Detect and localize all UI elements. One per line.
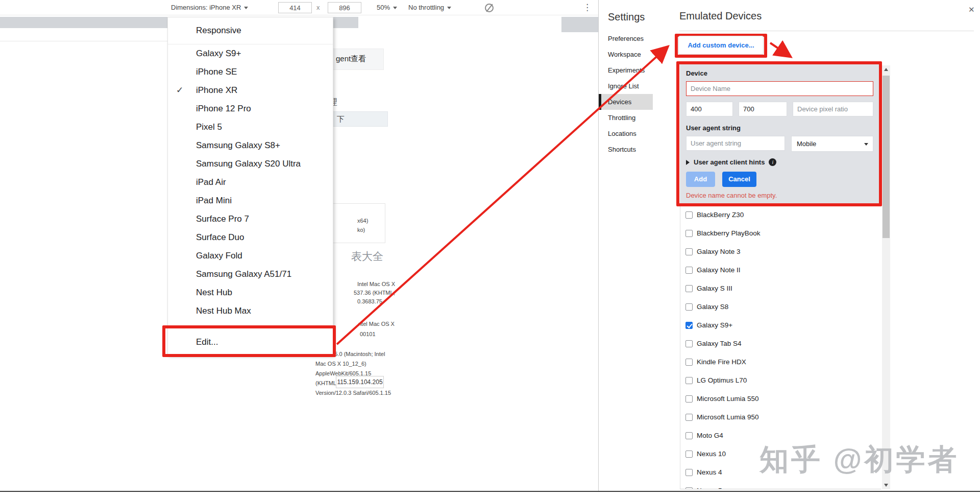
dimensions-times-separator: x: [316, 0, 320, 15]
cancel-button[interactable]: Cancel: [722, 172, 756, 187]
width-input[interactable]: [278, 2, 312, 13]
ua-row: Mobile: [686, 136, 873, 152]
ua-type-select[interactable]: Mobile: [791, 136, 873, 152]
throttling-dropdown[interactable]: No throttling: [408, 0, 451, 15]
device-list-label: Galaxy S9+: [697, 321, 732, 329]
chevron-down-icon: [864, 143, 868, 146]
menu-item[interactable]: Pixel 5: [168, 118, 333, 136]
menu-item[interactable]: iPad Mini: [168, 192, 333, 210]
form-buttons: Add Cancel: [686, 172, 873, 187]
device-checkbox[interactable]: [685, 340, 693, 347]
device-toolbar: Dimensions: iPhone XR x 50% No throttlin…: [0, 0, 598, 15]
device-width-input[interactable]: [686, 102, 733, 116]
scroll-up-icon[interactable]: [882, 65, 890, 74]
menu-item[interactable]: Samsung Galaxy S8+: [168, 136, 333, 155]
device-checkbox[interactable]: [685, 322, 693, 329]
menu-item[interactable]: Surface Pro 7: [168, 210, 333, 228]
device-pixel-ratio-input[interactable]: [793, 102, 873, 116]
settings-sidebar-item[interactable]: Throttling: [599, 110, 653, 126]
menu-spacer: [168, 320, 333, 329]
emulated-device-list: BlackBerry Z30 Blackberry PlayBook Galax…: [680, 206, 881, 489]
menu-item-label: Galaxy Fold: [196, 251, 242, 261]
device-list-item[interactable]: Microsoft Lumia 550: [680, 390, 881, 408]
menu-item[interactable]: Samsung Galaxy S20 Ultra: [168, 155, 333, 173]
device-checkbox[interactable]: [685, 359, 693, 366]
device-list-item[interactable]: Galaxy Note II: [680, 261, 881, 279]
device-list-label: Galaxy Note 3: [697, 248, 741, 255]
settings-sidebar-item[interactable]: Ignore List: [599, 78, 653, 94]
device-list-item[interactable]: Nexus 4: [680, 463, 881, 482]
device-list-item[interactable]: Galaxy S9+: [680, 316, 881, 335]
menu-item-edit[interactable]: Edit...: [168, 329, 333, 355]
device-checkbox[interactable]: [685, 211, 693, 219]
device-list-item[interactable]: Blackberry PlayBook: [680, 224, 881, 243]
device-checkbox[interactable]: [685, 469, 693, 476]
device-list-item[interactable]: Nexus 10: [680, 445, 881, 463]
sidebar-item-label: Devices: [608, 98, 631, 106]
add-custom-device-button[interactable]: Add custom device...: [678, 36, 764, 55]
menu-item[interactable]: iPad Air: [168, 173, 333, 192]
device-height-input[interactable]: [739, 102, 787, 116]
section-divider: [679, 31, 974, 31]
page-heading-fragment: 表大全: [351, 249, 383, 264]
device-checkbox[interactable]: [685, 451, 693, 458]
device-list-item[interactable]: Microsoft Lumia 950: [680, 408, 881, 427]
device-name-input[interactable]: [686, 81, 873, 96]
settings-sidebar-item[interactable]: Shortcuts: [599, 141, 653, 157]
device-list-item[interactable]: Galaxy S III: [680, 279, 881, 298]
scroll-down-icon[interactable]: [882, 481, 890, 489]
device-list-label: Moto G4: [697, 432, 723, 439]
device-checkbox[interactable]: [685, 267, 693, 274]
menu-item[interactable]: Samsung Galaxy A51/71: [168, 265, 333, 283]
menu-item[interactable]: iPhone 12 Pro: [168, 100, 333, 118]
scrollbar-thumb[interactable]: [883, 76, 890, 238]
scrollbar[interactable]: [882, 65, 890, 489]
kebab-menu-icon[interactable]: ⋮: [583, 0, 592, 15]
device-list-item[interactable]: Moto G4: [680, 427, 881, 445]
user-agent-input[interactable]: [686, 136, 785, 151]
menu-item[interactable]: iPhone XR: [168, 81, 333, 100]
device-checkbox[interactable]: [685, 303, 693, 311]
menu-item[interactable]: Nest Hub Max: [168, 302, 333, 320]
device-menu-list: Galaxy S9+ iPhone SE iPhone XR iPhone 12…: [168, 44, 333, 320]
device-checkbox[interactable]: [685, 230, 693, 237]
device-checkbox[interactable]: [685, 414, 693, 421]
info-icon[interactable]: [769, 158, 776, 166]
settings-sidebar-item[interactable]: Locations: [599, 126, 653, 141]
custom-device-form: Device User agent string Mobile User age…: [680, 64, 879, 203]
menu-item[interactable]: Surface Duo: [168, 228, 333, 247]
device-checkbox[interactable]: [685, 248, 693, 255]
device-list-item[interactable]: Galaxy Note 3: [680, 243, 881, 261]
menu-item[interactable]: iPhone SE: [168, 63, 333, 81]
rotate-device-icon[interactable]: [485, 4, 494, 12]
client-hints-row[interactable]: User agent client hints: [686, 158, 873, 166]
settings-sidebar-item[interactable]: Devices: [599, 94, 653, 110]
device-list-item[interactable]: LG Optimus L70: [680, 371, 881, 390]
chevron-down-icon: [244, 7, 248, 9]
device-checkbox[interactable]: [685, 487, 693, 489]
add-button[interactable]: Add: [686, 172, 715, 187]
device-list-item[interactable]: BlackBerry Z30: [680, 206, 881, 224]
device-list-label: Kindle Fire HDX: [697, 358, 746, 366]
zoom-dropdown[interactable]: 50%: [377, 0, 397, 15]
device-list-item[interactable]: Galaxy Tab S4: [680, 335, 881, 353]
menu-item[interactable]: Nest Hub: [168, 283, 333, 302]
device-list-item[interactable]: Kindle Fire HDX: [680, 353, 881, 371]
device-list-item[interactable]: Nexus 5: [680, 482, 881, 489]
device-checkbox[interactable]: [685, 377, 693, 384]
menu-item[interactable]: Galaxy S9+: [168, 44, 333, 63]
chevron-down-icon: [447, 7, 451, 9]
device-checkbox[interactable]: [685, 432, 693, 439]
close-icon[interactable]: ✕: [968, 5, 975, 14]
device-checkbox[interactable]: [685, 285, 693, 292]
settings-sidebar-item[interactable]: Preferences: [599, 31, 653, 46]
ua-fragment: Intel Mac OS X: [357, 281, 395, 287]
settings-sidebar-item[interactable]: Workspace: [599, 46, 653, 62]
device-checkbox[interactable]: [685, 395, 693, 403]
device-list-item[interactable]: Galaxy S8: [680, 298, 881, 316]
settings-sidebar-item[interactable]: Experiments: [599, 62, 653, 78]
height-input[interactable]: [328, 2, 361, 13]
menu-item-responsive[interactable]: Responsive: [168, 17, 333, 44]
menu-item[interactable]: Galaxy Fold: [168, 247, 333, 265]
dimensions-dropdown[interactable]: Dimensions: iPhone XR: [171, 0, 248, 15]
